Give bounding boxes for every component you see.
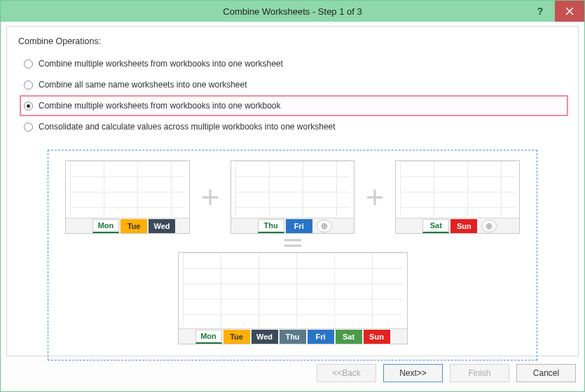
dialog-window: Combine Worksheets - Step 1 of 3 ? Combi…: [0, 0, 585, 392]
window-buttons: ?: [525, 1, 584, 22]
grid-icon: [183, 253, 403, 327]
equals-row: [65, 237, 520, 249]
preview-row-inputs: MonTueWed ThuFri⊕ SatSun⊕: [65, 160, 520, 234]
radio-icon: [24, 102, 33, 111]
titlebar: Combine Worksheets - Step 1 of 3 ?: [1, 1, 584, 22]
plus-icon: [201, 188, 219, 206]
sheet-tab: Sat: [422, 219, 449, 233]
sheet-tab: Tue: [121, 219, 147, 233]
workbook-3: SatSun⊕: [395, 160, 520, 234]
radio-label: Consolidate and calculate values across …: [39, 122, 336, 132]
plus-icon: [366, 188, 384, 206]
radio-option-0[interactable]: Combine multiple worksheets from workboo…: [20, 53, 568, 74]
workbook-2-tabs: ThuFri⊕: [231, 218, 355, 233]
next-button[interactable]: Next>>: [383, 364, 443, 382]
grid-icon: [235, 161, 350, 216]
radio-icon: [24, 80, 33, 90]
radio-label: Combine multiple worksheets from workboo…: [39, 59, 283, 69]
sheet-tab: Sun: [364, 330, 390, 344]
radio-option-1[interactable]: Combine all same name worksheets into on…: [20, 74, 568, 95]
sheet-tab: Wed: [252, 330, 278, 344]
radio-option-3[interactable]: Consolidate and calculate values across …: [20, 116, 568, 137]
workbook-1-tabs: MonTueWed: [66, 218, 189, 233]
options-group: Combine multiple worksheets from workboo…: [20, 53, 568, 137]
sheet-tab: Wed: [149, 219, 175, 233]
sheet-tab: Mon: [195, 330, 222, 344]
sheet-tab: Thu: [280, 330, 306, 344]
cancel-button[interactable]: Cancel: [516, 364, 576, 382]
sheet-tab: Sun: [450, 219, 477, 233]
equals-icon: [282, 237, 303, 249]
sheet-tab: Mon: [92, 219, 119, 233]
workbook-result-tabs: MonTueWedThuFriSatSun: [179, 328, 407, 344]
close-button[interactable]: [555, 1, 584, 22]
sheet-tab: Fri: [308, 330, 334, 344]
sheet-tab: Fri: [286, 219, 312, 233]
sheet-tab: Sat: [336, 330, 362, 344]
radio-label: Combine multiple worksheets from workboo…: [39, 101, 281, 111]
workbook-3-tabs: SatSun⊕: [396, 218, 519, 233]
radio-icon: [24, 122, 33, 132]
content-panel: Combine Operations: Combine multiple wor…: [6, 26, 579, 356]
footer: <<Back Next>> Finish Cancel: [6, 360, 579, 386]
back-button[interactable]: <<Back: [317, 364, 376, 382]
window-title: Combine Worksheets - Step 1 of 3: [223, 6, 362, 17]
add-sheet-icon: ⊕: [317, 220, 332, 232]
workbook-result: MonTueWedThuFriSatSun: [178, 252, 408, 344]
sheet-tab: Thu: [258, 219, 284, 233]
radio-label: Combine all same name worksheets into on…: [39, 80, 247, 90]
workbook-2: ThuFri⊕: [230, 160, 355, 234]
preview-row-result: MonTueWedThuFriSatSun: [65, 252, 520, 344]
radio-icon: [24, 59, 33, 69]
radio-option-2[interactable]: Combine multiple worksheets from workboo…: [20, 95, 568, 116]
section-title: Combine Operations:: [18, 36, 568, 46]
help-button[interactable]: ?: [525, 1, 555, 22]
finish-button[interactable]: Finish: [450, 364, 509, 382]
grid-icon: [70, 161, 185, 216]
grid-icon: [400, 161, 515, 216]
close-icon: [565, 7, 574, 15]
sheet-tab: Tue: [223, 330, 250, 344]
workbook-1: MonTueWed: [65, 160, 190, 234]
preview-area: MonTueWed ThuFri⊕ SatSun⊕: [48, 150, 537, 360]
add-sheet-icon: ⊕: [481, 220, 497, 232]
